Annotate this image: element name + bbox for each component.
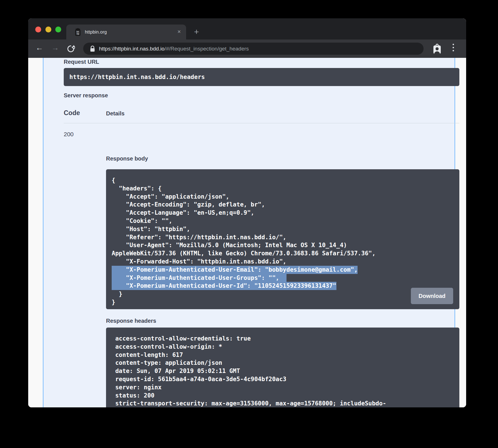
response-body-box: { "headers": { "Accept": "application/js…: [106, 169, 459, 309]
header-line: content-length: 617: [112, 351, 459, 359]
header-line: access-control-allow-origin: *: [112, 343, 459, 351]
code-line: {: [112, 176, 459, 185]
browser-tab[interactable]: ht tp httpbin.org ✕: [66, 25, 186, 39]
code-line: "Accept": "application/json",: [112, 193, 459, 201]
code-line: "Accept-Encoding": "gzip, deflate, br",: [112, 201, 459, 209]
browser-toolbar: ← → https://httpbin.int.nas.bdd.io/#/Req…: [28, 39, 466, 58]
code-line: "Host": "httpbin",: [112, 225, 459, 233]
download-button[interactable]: Download: [411, 288, 453, 304]
code-line: }: [112, 298, 459, 306]
minimize-window-button[interactable]: [45, 27, 51, 32]
request-url-label: Request URL: [64, 59, 99, 65]
swagger-operation-panel: Request URL https://httpbin.int.nas.bdd.…: [43, 58, 455, 407]
page-content: Request URL https://httpbin.int.nas.bdd.…: [28, 58, 466, 407]
new-tab-button[interactable]: +: [194, 28, 199, 36]
tab-title: httpbin.org: [85, 30, 107, 35]
response-body-code: { "headers": { "Accept": "application/js…: [106, 169, 459, 306]
response-headers-label: Response headers: [106, 318, 156, 324]
browser-menu-icon[interactable]: [453, 44, 454, 53]
header-line: content-type: application/json: [112, 359, 459, 367]
close-window-button[interactable]: [35, 27, 41, 32]
profile-badge-icon[interactable]: [432, 43, 442, 56]
browser-titlebar: ht tp httpbin.org ✕ +: [28, 18, 466, 39]
url-host: https://httpbin.int.nas.bdd.io: [99, 46, 164, 52]
back-button[interactable]: ←: [36, 43, 43, 52]
reload-button[interactable]: [67, 45, 75, 54]
lock-icon: [90, 45, 95, 52]
url-path: /#/Request_inspection/get_headers: [164, 46, 249, 52]
header-line: status: 200: [112, 392, 459, 400]
response-body-label: Response body: [106, 155, 148, 162]
code-line: "X-Pomerium-Authenticated-User-Groups": …: [112, 274, 459, 282]
header-line: server: nginx: [112, 383, 459, 392]
code-line: }: [112, 290, 459, 298]
code-column-header: Code: [64, 109, 80, 117]
header-line: strict-transport-security: max-age=31536…: [112, 399, 459, 407]
zoom-window-button[interactable]: [55, 27, 61, 32]
url-bar[interactable]: https://httpbin.int.nas.bdd.io/#/Request…: [83, 43, 424, 55]
response-headers-box: access-control-allow-credentials: true a…: [106, 328, 459, 407]
status-code: 200: [64, 131, 74, 138]
code-line: "User-Agent": "Mozilla/5.0 (Macintosh; I…: [112, 241, 459, 249]
details-column-header: Details: [106, 110, 125, 117]
code-line: "headers": {: [112, 185, 459, 193]
url-text: https://httpbin.int.nas.bdd.io/#/Request…: [99, 46, 249, 52]
code-line: "Cookie": "",: [112, 217, 459, 225]
code-line: "X-Forwarded-Host": "httpbin.int.nas.bdd…: [112, 258, 459, 266]
forward-button[interactable]: →: [51, 43, 59, 52]
code-line: "Referer": "https://httpbin.int.nas.bdd.…: [112, 233, 459, 241]
browser-window: ht tp httpbin.org ✕ + ← → https://httpbi…: [28, 18, 466, 407]
code-line: "X-Pomerium-Authenticated-User-Email": "…: [112, 266, 459, 274]
code-line: "X-Pomerium-Authenticated-User-Id": "110…: [112, 282, 459, 290]
header-line: access-control-allow-credentials: true: [112, 335, 459, 343]
tab-close-icon[interactable]: ✕: [177, 29, 181, 34]
header-line: request-id: 561b5aa4-a74a-0aca-3de5-4c90…: [112, 375, 459, 383]
response-headers-code: access-control-allow-credentials: true a…: [106, 328, 459, 407]
header-line: date: Sun, 07 Apr 2019 05:02:11 GMT: [112, 367, 459, 375]
table-divider: [64, 123, 459, 123]
code-line: "Accept-Language": "en-US,en;q=0.9",: [112, 209, 459, 217]
code-line: AppleWebKit/537.36 (KHTML, like Gecko) C…: [112, 249, 459, 258]
request-url-value: https://httpbin.int.nas.bdd.io/headers: [64, 68, 459, 86]
server-response-title: Server response: [64, 92, 108, 99]
httpbin-favicon-icon: ht tp: [75, 28, 81, 36]
